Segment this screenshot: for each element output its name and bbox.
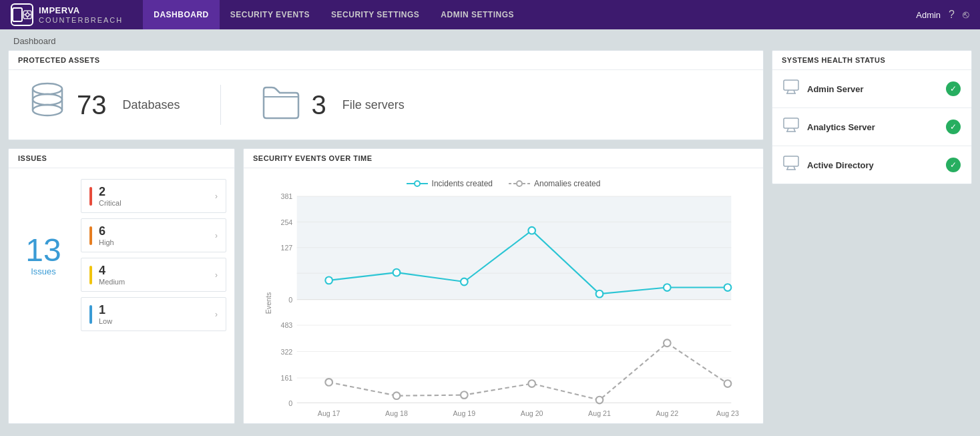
nav-right: Admin ? ⎋ xyxy=(916,9,969,21)
issue-critical[interactable]: 2 Critical › xyxy=(81,179,226,213)
chart-title: SECURITY EVENTS OVER TIME xyxy=(244,149,763,168)
svg-text:483: 483 xyxy=(280,321,292,329)
fileservers-count: 3 xyxy=(312,90,326,120)
issues-title: ISSUES xyxy=(9,149,234,168)
admin-server-name: Admin Server xyxy=(807,84,938,94)
chart-card: SECURITY EVENTS OVER TIME Incidents crea… xyxy=(243,148,764,424)
issues-card: ISSUES 13 Issues 2 Critical xyxy=(8,148,235,424)
analytics-server-name: Analytics Server xyxy=(807,122,938,132)
svg-point-6 xyxy=(33,83,62,94)
svg-text:127: 127 xyxy=(280,244,292,252)
health-active-directory: Active Directory ✓ xyxy=(772,146,971,184)
legend-incidents-line xyxy=(407,179,428,188)
health-analytics-server: Analytics Server ✓ xyxy=(772,108,971,146)
svg-point-12 xyxy=(517,181,522,186)
svg-point-39 xyxy=(325,277,332,284)
high-label: High xyxy=(99,238,208,246)
low-bar xyxy=(89,305,92,324)
svg-text:Aug 22: Aug 22 xyxy=(656,409,678,417)
nav-security-events[interactable]: SECURITY EVENTS xyxy=(220,0,320,29)
svg-text:Aug 20: Aug 20 xyxy=(521,409,543,417)
svg-rect-61 xyxy=(784,156,798,166)
chart-svg-wrapper: 381 254 127 0 483 322 161 0 Events xyxy=(254,196,752,413)
legend-anomalies-line xyxy=(509,179,530,188)
low-label: Low xyxy=(99,317,208,325)
svg-text:0: 0 xyxy=(288,399,292,407)
medium-count: 4 xyxy=(99,264,208,278)
databases-label: Databases xyxy=(123,98,180,112)
nav-security-settings[interactable]: SECURITY SETTINGS xyxy=(320,0,430,29)
svg-point-47 xyxy=(393,392,401,399)
medium-chevron: › xyxy=(215,270,218,280)
database-icon xyxy=(29,82,66,128)
svg-text:322: 322 xyxy=(280,348,292,356)
svg-point-48 xyxy=(461,391,468,399)
breadcrumb: Dashboard xyxy=(0,29,980,50)
svg-point-10 xyxy=(415,181,420,186)
svg-point-45 xyxy=(724,284,732,291)
svg-point-41 xyxy=(461,278,468,286)
active-directory-name: Active Directory xyxy=(807,160,938,170)
issues-total: 13 Issues xyxy=(17,234,70,276)
legend-anomalies-label: Anomalies created xyxy=(534,179,600,188)
left-column: PROTECTED ASSETS xyxy=(8,50,764,424)
svg-text:Aug 23: Aug 23 xyxy=(716,409,739,417)
issues-body: 13 Issues 2 Critical › xyxy=(9,168,234,342)
svg-point-42 xyxy=(528,227,535,234)
high-info: 6 High xyxy=(99,224,208,246)
fileservers-label: File servers xyxy=(342,98,405,112)
low-info: 1 Low xyxy=(99,303,208,325)
svg-point-50 xyxy=(596,397,603,404)
svg-text:Events: Events xyxy=(264,292,272,314)
active-directory-status: ✓ xyxy=(946,158,961,172)
protected-assets-card: PROTECTED ASSETS xyxy=(8,50,764,140)
help-icon[interactable]: ? xyxy=(949,9,955,21)
chart-legend: Incidents created Anomalies created xyxy=(254,179,752,188)
low-count: 1 xyxy=(99,303,208,317)
navbar: IMPERVA COUNTERBREACH DASHBOARD SECURITY… xyxy=(0,0,980,29)
asset-divider xyxy=(220,85,221,125)
issue-high[interactable]: 6 High › xyxy=(81,218,226,252)
legend-anomalies: Anomalies created xyxy=(509,179,600,188)
analytics-server-status: ✓ xyxy=(946,120,961,134)
svg-text:Aug 18: Aug 18 xyxy=(385,409,408,417)
main-layout: PROTECTED ASSETS xyxy=(0,50,980,432)
issue-medium[interactable]: 4 Medium › xyxy=(81,258,226,292)
issues-label: Issues xyxy=(31,266,56,276)
issue-low[interactable]: 1 Low › xyxy=(81,297,226,331)
issues-count: 13 xyxy=(25,234,61,266)
nav-dashboard[interactable]: DASHBOARD xyxy=(143,0,220,29)
svg-rect-53 xyxy=(784,80,798,90)
right-column: SYSTEMS HEALTH STATUS Admin Server ✓ xyxy=(772,50,972,424)
medium-label: Medium xyxy=(99,278,208,286)
svg-text:0: 0 xyxy=(288,296,292,304)
svg-point-52 xyxy=(724,380,732,387)
critical-info: 2 Critical xyxy=(99,185,208,207)
svg-point-40 xyxy=(393,269,401,276)
logout-icon[interactable]: ⎋ xyxy=(963,9,969,21)
databases-asset: 73 Databases xyxy=(29,82,180,128)
nav-admin-settings[interactable]: ADMIN SETTINGS xyxy=(430,0,525,29)
svg-rect-57 xyxy=(784,118,798,128)
health-admin-server: Admin Server ✓ xyxy=(772,70,971,108)
issues-list: 2 Critical › 6 High › xyxy=(81,179,226,331)
nav-links: DASHBOARD SECURITY EVENTS SECURITY SETTI… xyxy=(143,0,916,29)
critical-bar xyxy=(89,187,92,206)
svg-text:381: 381 xyxy=(280,192,292,200)
svg-point-43 xyxy=(596,290,603,298)
low-chevron: › xyxy=(215,310,218,319)
chart-body: Incidents created Anomalies created xyxy=(244,168,763,423)
legend-incidents: Incidents created xyxy=(407,179,493,188)
svg-text:161: 161 xyxy=(280,374,292,382)
brand: IMPERVA COUNTERBREACH xyxy=(11,3,123,26)
folder-icon xyxy=(261,85,301,125)
bottom-row: ISSUES 13 Issues 2 Critical xyxy=(8,148,764,424)
svg-point-49 xyxy=(528,380,535,387)
protected-assets-title: PROTECTED ASSETS xyxy=(9,51,763,70)
svg-text:Aug 17: Aug 17 xyxy=(318,409,340,417)
medium-info: 4 Medium xyxy=(99,264,208,286)
brand-sub: COUNTERBREACH xyxy=(39,16,123,24)
high-bar xyxy=(89,226,92,245)
svg-point-7 xyxy=(33,94,62,105)
svg-point-8 xyxy=(33,105,62,116)
